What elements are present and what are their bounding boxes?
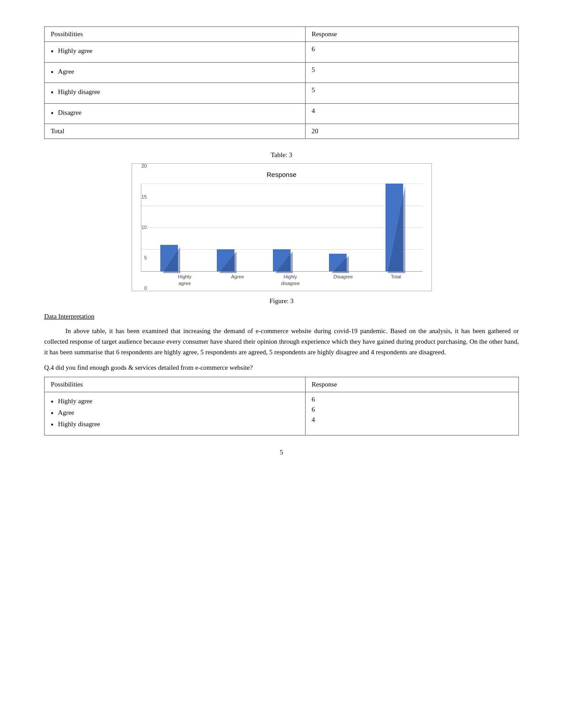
chart-container: Response 0 5 10 15 20 [132,163,432,291]
x-label-agree: Agree [211,272,264,286]
bullet-icon: • [51,88,53,98]
x-label-total: Total [370,272,423,286]
total-row: Total 20 [45,124,519,139]
q4-row2-value: 6 [312,406,512,413]
q4-row2-label: Agree [58,409,74,417]
page-number: 5 [44,449,519,456]
row2-value: 5 [305,62,518,83]
bar-shadow [388,185,405,273]
section-paragraph: In above table, it has been examined tha… [44,326,519,357]
q4-text: Q.4 did you find enough goods & services… [44,363,519,373]
table-row: • Highly agree 6 [45,42,519,63]
x-label-highly-agree: Highlyagree [159,272,212,286]
table-row: • Disagree 4 [45,103,519,124]
x-label-highly-disagree: Highlydisagree [264,272,317,286]
q4-row1-label: Highly agree [58,398,92,405]
row4-value: 4 [305,103,518,124]
bar-group-highly-agree [141,184,197,271]
row3-label: Highly disagree [58,88,100,96]
q4-row3-label: Highly disagree [58,420,100,428]
bar-group-highly-disagree [253,184,310,271]
bullet-icon: • [51,420,53,430]
table1-col1-header: Possibilities [45,27,306,42]
row1-value: 6 [305,42,518,63]
bullet-icon: • [51,398,53,407]
table1-col2-header: Response [305,27,518,42]
total-value: 20 [305,124,518,139]
row3-value: 5 [305,83,518,104]
bullet-icon: • [51,109,53,119]
bar-shadow [219,251,237,273]
bullet-icon: • [51,409,53,419]
bar-highly-agree [160,245,178,271]
bullet-icon: • [51,68,53,78]
bar-disagree [329,254,347,271]
chart-table-caption: Table: 3 [44,151,519,159]
table-row: • Highly agree • Agree • Highly disagree… [45,392,519,435]
bar-group-total [366,184,422,271]
bar-shadow [162,247,180,273]
bar-shadow [275,251,293,273]
x-labels: Highlyagree Agree Highlydisagree Disagre… [141,272,423,286]
section-title: Data Interpretation [44,313,519,320]
bar-shadow [331,255,349,273]
q4-col2-header: Response [305,377,518,392]
table-1: Possibilities Response • Highly agree 6 … [44,26,519,139]
table-row: • Agree 5 [45,62,519,83]
bar-group-disagree [310,184,366,271]
row1-label: Highly agree [58,47,92,55]
total-label: Total [45,124,306,139]
row2-label: Agree [58,68,74,75]
q4-col1-header: Possibilities [45,377,306,392]
table-row: • Highly disagree 5 [45,83,519,104]
bar-total [385,184,403,271]
bar-group-agree [197,184,253,271]
chart-title: Response [141,171,423,178]
bar-highly-disagree [273,249,291,271]
q4-row3-value: 4 [312,416,512,424]
bars-area [141,184,423,272]
figure-caption: Figure: 3 [44,297,519,305]
bullet-icon: • [51,47,53,57]
row4-label: Disagree [58,109,81,116]
table-q4: Possibilities Response • Highly agree • … [44,377,519,435]
bar-agree [217,249,234,271]
x-label-disagree: Disagree [317,272,370,286]
q4-row1-value: 6 [312,396,512,403]
